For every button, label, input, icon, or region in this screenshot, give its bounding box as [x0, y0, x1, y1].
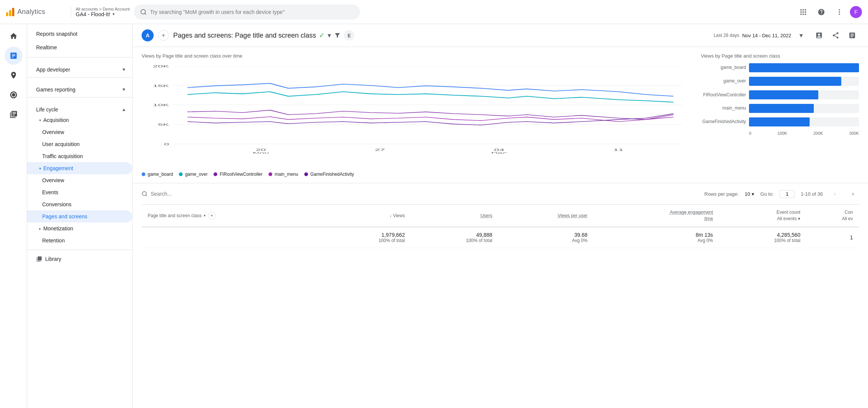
nav-lifecycle[interactable]: Life cycle ▲ [27, 100, 132, 114]
svg-text:Nov: Nov [253, 151, 269, 154]
legend-firootviewcontroller: FIRootViewController [214, 172, 262, 177]
nav-engagement-overview[interactable]: Overview [27, 174, 132, 186]
nav-events[interactable]: Events [27, 186, 132, 198]
table-search[interactable] [142, 191, 699, 197]
col-users[interactable]: Users [411, 205, 498, 227]
chart-legend: game_board game_over FIRootViewControlle… [142, 172, 692, 177]
total-conversions: 1 [806, 227, 859, 248]
next-page-button[interactable]: › [847, 188, 859, 200]
legend-dot-game-board [142, 172, 145, 176]
nav-divider-4 [27, 250, 132, 250]
add-dimension-button[interactable]: + [208, 212, 215, 219]
svg-rect-9 [802, 14, 804, 15]
nav-pages-and-screens[interactable]: Pages and screens [27, 210, 132, 222]
svg-text:Dec: Dec [491, 151, 507, 154]
filter-user-badge: E [344, 30, 354, 41]
bar-chart-title: Views by Page title and screen class [701, 53, 859, 59]
table-search-icon [142, 191, 148, 197]
title-dropdown-chevron[interactable]: ▾ [328, 31, 331, 40]
nav-acquisition[interactable]: ▾ Acquisition [27, 114, 132, 126]
share-button[interactable] [829, 29, 842, 42]
nav-acquisition-overview[interactable]: Overview [27, 126, 132, 138]
line-chart-container: Views by Page title and screen class ove… [142, 53, 692, 177]
search-bar[interactable] [134, 5, 360, 20]
date-range-label: Last 28 days [714, 33, 739, 38]
col-views-per-user[interactable]: Views per user [498, 205, 593, 227]
table-search-row: Rows per page: 10 ▾ Go to: 1-10 of 36 ‹ … [142, 183, 859, 205]
nav-sidebar: Reports snapshot Realtime App developer … [27, 24, 133, 408]
bar-fill-firootviewcontroller [749, 90, 818, 99]
nav-retention[interactable]: Retention [27, 234, 132, 247]
nav-monetization[interactable]: ▸ Monetization [27, 222, 132, 234]
svg-point-13 [839, 14, 840, 15]
event-count-dropdown[interactable]: ▾ [798, 216, 800, 222]
charts-section: Views by Page title and screen class ove… [133, 47, 868, 183]
date-range-value: Nov 14 - Dec 11, 2022 [742, 33, 791, 38]
col-page-title[interactable]: Page title and screen class ▾ + [142, 205, 323, 227]
sidebar-icon-home[interactable] [5, 27, 23, 45]
svg-point-11 [839, 9, 840, 10]
svg-point-0 [141, 9, 146, 14]
total-views-per-user: 39.68 Avg 0% [498, 227, 593, 248]
bar-label-game-board: game_board [701, 65, 746, 71]
sidebar-icon-reports[interactable] [5, 47, 23, 65]
nav-library[interactable]: Library [27, 253, 132, 265]
check-icon: ✓ [319, 31, 325, 40]
col-views[interactable]: ↓ Views [323, 205, 411, 227]
total-users: 49,888 100% of total [411, 227, 498, 248]
rows-per-page-select[interactable]: 10 ▾ [745, 191, 754, 197]
total-row: 1,979,662 100% of total 49,888 100% of t… [142, 227, 859, 248]
rows-select-chevron: ▾ [752, 191, 754, 197]
nav-realtime[interactable]: Realtime [27, 41, 132, 54]
col-avg-engagement[interactable]: Average engagementtime [593, 205, 719, 227]
col-conversions[interactable]: ConAll ev [806, 205, 859, 227]
more-button[interactable] [832, 5, 847, 20]
bar-row-firootviewcontroller: FIRootViewController [701, 90, 859, 99]
total-label [142, 227, 323, 248]
avatar[interactable]: F [850, 6, 862, 18]
insights-button[interactable] [845, 29, 859, 42]
data-table: Page title and screen class ▾ + ↓ Views … [142, 205, 859, 248]
main-content: A + Pages and screens: Page title and sc… [133, 24, 868, 408]
svg-text:15K: 15K [153, 84, 169, 88]
svg-text:5K: 5K [158, 123, 169, 127]
nav-games-reporting[interactable]: Games reporting ▼ [27, 81, 132, 94]
account-selector[interactable]: All accounts > Demo Account GA4 - Flood-… [71, 7, 130, 17]
acquisition-collapse-icon: ▾ [39, 118, 41, 122]
apps-button[interactable] [796, 5, 811, 20]
date-range-dropdown[interactable]: ▾ [794, 29, 808, 42]
search-icon [140, 9, 147, 15]
page-avatar: A [142, 29, 154, 41]
sidebar-icon-advertising[interactable] [5, 86, 23, 104]
sidebar-icon-explore[interactable] [5, 66, 23, 84]
svg-rect-6 [802, 11, 804, 12]
nav-traffic-acquisition[interactable]: Traffic acquisition [27, 150, 132, 162]
table-search-input[interactable] [151, 191, 264, 197]
bar-track-gamefinishedactivity [749, 117, 859, 126]
bar-row-game-over: game_over [701, 77, 859, 86]
col-event-count[interactable]: Event count All events ▾ [719, 205, 806, 227]
svg-line-31 [146, 195, 147, 196]
svg-rect-4 [805, 9, 806, 10]
goto-input[interactable] [780, 190, 795, 198]
search-input[interactable] [150, 9, 354, 15]
nav-engagement[interactable]: ▾ Engagement [27, 162, 132, 174]
sidebar-icon-library[interactable] [5, 105, 23, 123]
nav-reports-snapshot[interactable]: Reports snapshot [27, 27, 132, 41]
prev-page-button[interactable]: ‹ [829, 188, 841, 200]
col-page-title-chevron[interactable]: ▾ [204, 213, 206, 218]
topbar-right: F [796, 5, 862, 20]
legend-main-menu: main_menu [268, 172, 298, 177]
add-comparison-button[interactable]: + [158, 30, 169, 41]
bar-track-game-over [749, 77, 859, 86]
nav-conversions[interactable]: Conversions [27, 198, 132, 210]
nav-app-developer[interactable]: App developer ▼ [27, 61, 132, 74]
help-button[interactable] [814, 5, 829, 20]
customize-report-button[interactable] [812, 29, 826, 42]
bar-fill-game-board [749, 63, 859, 72]
total-avg-engagement: 8m 13s Avg 0% [593, 227, 719, 248]
svg-text:20K: 20K [153, 64, 169, 69]
filter-icon[interactable] [334, 32, 341, 39]
total-event-count: 4,285,560 100% of total [719, 227, 806, 248]
nav-user-acquisition[interactable]: User acquisition [27, 138, 132, 150]
